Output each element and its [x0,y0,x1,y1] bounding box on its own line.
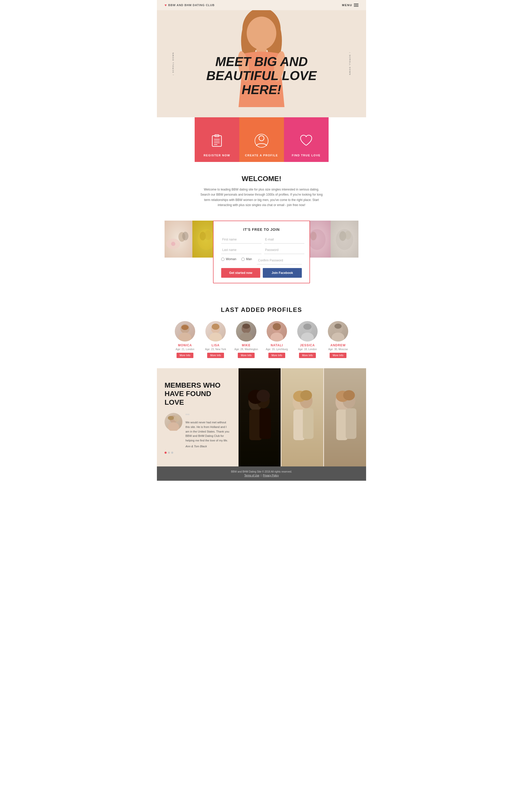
more-info-button-5[interactable]: More Info [330,353,346,358]
logo-heart-icon: ♥ [165,3,167,7]
profile-age-3: Age: 19, Lynchburg [266,348,288,351]
dot-1[interactable] [165,451,167,454]
privacy-link[interactable]: Privacy Policy [263,474,278,477]
love-img-3 [324,368,366,467]
heart-icon [299,127,313,151]
scroll-down-right: ↓ SCROLL DOWN [349,52,351,75]
svg-point-49 [168,416,174,420]
avatar-andrew [328,321,348,342]
more-info-button-1[interactable]: More Info [207,353,224,358]
avatar-lisa [205,321,226,342]
feature-card-love-label: FIND TRUE LOVE [292,154,321,157]
dot-2[interactable] [168,451,170,454]
profile-card-5: ANDREW Age: 30, Moscow More Info [325,321,351,358]
love-images [238,368,366,467]
profile-card-0: MONICA Age: 21, London More Info [172,321,198,358]
join-facebook-button[interactable]: Join Facebook [263,268,302,278]
svg-point-35 [209,333,222,342]
svg-rect-55 [259,408,271,439]
welcome-title: WELCOME! [165,175,358,183]
more-info-button-2[interactable]: More Info [238,353,255,358]
profile-card-3: NATALI Age: 19, Lynchburg More Info [264,321,290,358]
svg-point-25 [308,229,326,250]
svg-point-44 [301,333,314,342]
testimonial-text: We would never had met without this site… [185,420,231,443]
svg-point-40 [273,323,281,330]
profile-age-0: Age: 21, London [176,348,194,351]
love-img-2 [282,368,324,467]
footer-copyright: BBW and BHM Dating Site © 2016 All right… [165,470,358,473]
couple-img-5 [331,221,358,258]
form-buttons: Get started now Join Facebook [221,268,302,278]
profile-name-2: MIKE [242,344,251,347]
love-img-1 [238,368,281,467]
scroll-down-left: ↓ SCROLL DOWN [172,52,174,75]
svg-point-29 [345,231,351,239]
svg-point-51 [174,416,180,422]
profile-age-2: Age: 28, Washington [234,348,258,351]
svg-point-3 [247,17,276,50]
svg-point-69 [343,390,355,400]
svg-rect-61 [303,408,313,439]
feature-card-register-label: REGISTER NOW [203,154,230,157]
profiles-title: LAST ADDED PROFILES [165,306,358,313]
profile-name-5: ANDREW [330,344,346,347]
gender-radio-group: Woman Man [221,257,252,262]
profile-card-1: LISA Age: 23, New York More Info [202,321,229,358]
feature-card-love[interactable]: FIND TRUE LOVE [284,115,329,162]
svg-rect-67 [346,408,356,439]
love-content: MEMBERS WHO HAVE FOUND LOVE ““ We would … [157,368,238,467]
svg-point-26 [310,232,317,240]
feature-cards: REGISTER NOW CREATE A PROFILE FIND TRUE … [157,115,366,162]
svg-point-41 [270,333,283,342]
profile-card-2: MIKE Age: 28, Washington More Info [233,321,260,358]
radio-woman-label[interactable]: Woman [221,257,236,262]
profile-name-3: NATALI [271,344,283,347]
more-info-button-4[interactable]: More Info [299,353,316,358]
password-input[interactable] [264,246,304,254]
radio-man-label[interactable]: Man [241,257,252,262]
testimonial-avatar [165,413,182,431]
feature-card-profile[interactable]: CREATE A PROFILE [239,115,284,162]
svg-point-31 [181,325,188,330]
testimonial: ““ We would never had met without this s… [165,413,231,448]
confirm-password-input[interactable] [257,257,302,264]
svg-point-47 [332,333,344,342]
radio-woman[interactable] [221,258,224,261]
profile-name-1: LISA [212,344,219,347]
welcome-text: Welcome to leading BBW dating site for p… [200,187,323,208]
couple-img-1 [165,221,192,258]
feature-card-register[interactable]: REGISTER NOW [195,115,239,162]
svg-point-34 [212,324,219,330]
profile-age-4: Age: 18, London [298,348,317,351]
dot-3[interactable] [171,451,173,454]
profiles-grid: MONICA Age: 21, London More Info LISA Ag… [165,321,358,358]
profile-card-4: JESSICA Age: 18, London More Info [294,321,321,358]
profile-name-0: MONICA [178,344,192,347]
hero-title: MEET BIG AND BEAUTIFUL LOVE HERE! [187,55,336,97]
radio-man[interactable] [241,258,245,261]
avatar-mike [236,321,256,342]
love-section: MEMBERS WHO HAVE FOUND LOVE ““ We would … [157,368,366,467]
svg-point-63 [300,390,312,400]
menu-button[interactable]: MENU [342,4,358,7]
get-started-button[interactable]: Get started now [221,268,260,278]
quote-mark: ““ [185,413,231,419]
menu-label: MENU [342,4,352,7]
profile-age-1: Age: 23, New York [205,348,226,351]
svg-point-16 [171,242,175,246]
svg-point-32 [179,333,191,342]
first-name-input[interactable] [221,236,262,243]
avatar-monica [175,321,195,342]
svg-point-57 [257,390,270,402]
more-info-button-3[interactable]: More Info [268,353,285,358]
terms-link[interactable]: Terms of Use [245,474,259,477]
testimonial-text-area: ““ We would never had met without this s… [185,413,231,448]
svg-point-38 [240,333,253,342]
more-info-button-0[interactable]: More Info [177,353,193,358]
love-title: MEMBERS WHO HAVE FOUND LOVE [165,381,231,407]
svg-point-37 [242,324,250,329]
email-input[interactable] [264,236,304,243]
last-name-input[interactable] [221,246,262,254]
footer-links: Terms of Use | Privacy Policy [165,474,358,477]
